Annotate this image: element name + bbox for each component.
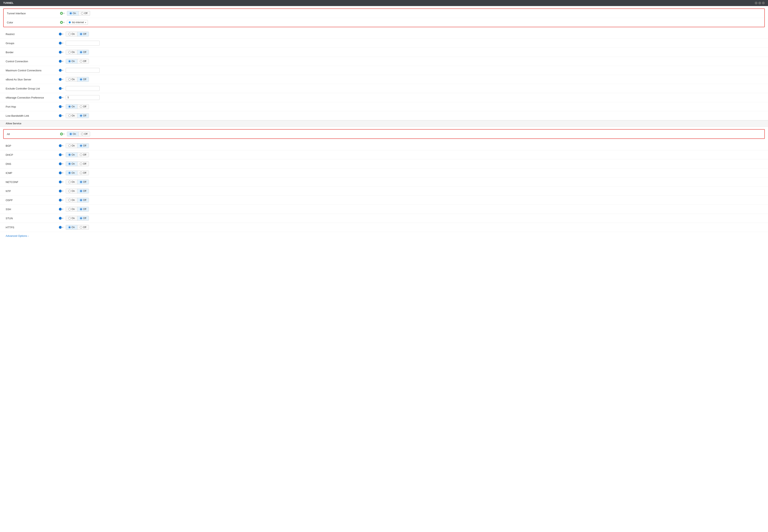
netconf-off-radio[interactable]	[80, 181, 82, 183]
ospf-on-option[interactable]: On	[66, 198, 77, 202]
ntp-on-option[interactable]: On	[66, 189, 77, 193]
border-on-option[interactable]: On	[66, 50, 77, 54]
control-connection-off-option[interactable]: Off	[77, 59, 89, 63]
ospf-off-radio[interactable]	[80, 199, 82, 201]
dns-on-option[interactable]: On	[66, 162, 77, 166]
ssh-off-radio[interactable]	[80, 208, 82, 210]
low-bandwidth-indicator[interactable]: ▾	[58, 114, 64, 117]
dns-off-option[interactable]: Off	[77, 162, 89, 166]
https-off-option[interactable]: Off	[77, 225, 89, 230]
low-bandwidth-off-option[interactable]: Off	[77, 113, 89, 118]
low-bandwidth-on-radio[interactable]	[68, 114, 71, 117]
border-off-radio[interactable]	[80, 51, 82, 53]
all-off-option[interactable]: Off	[79, 132, 90, 136]
groups-indicator[interactable]: ▾	[58, 41, 64, 45]
control-connection-indicator[interactable]: ▾	[58, 59, 64, 63]
dns-off-radio[interactable]	[80, 163, 82, 165]
netconf-on-option[interactable]: On	[66, 180, 77, 184]
color-indicator[interactable]: ▾	[59, 21, 65, 24]
exclude-controller-indicator[interactable]: ▾	[58, 87, 64, 90]
vbond-stun-off-option[interactable]: Off	[77, 77, 89, 82]
max-control-connections-indicator[interactable]: ▾	[58, 69, 64, 72]
control-connection-off-radio[interactable]	[80, 60, 82, 62]
dns-indicator[interactable]: ▾	[58, 162, 64, 166]
all-on-option[interactable]: On	[67, 132, 79, 136]
port-hop-off-option[interactable]: Off	[77, 104, 89, 109]
stun-on-radio[interactable]	[68, 217, 71, 219]
bgp-on-radio[interactable]	[68, 144, 71, 147]
ssh-on-option[interactable]: On	[66, 207, 77, 211]
port-hop-off-radio[interactable]	[80, 105, 82, 108]
all-indicator[interactable]: ▾	[59, 132, 65, 136]
max-control-connections-input[interactable]	[66, 68, 100, 73]
ospf-on-radio[interactable]	[68, 199, 71, 201]
stun-off-radio[interactable]	[80, 217, 82, 219]
bgp-indicator[interactable]: ▾	[58, 144, 64, 148]
ntp-indicator[interactable]: ▾	[58, 189, 64, 193]
control-connection-on-radio[interactable]	[68, 60, 71, 62]
all-on-radio[interactable]	[70, 133, 72, 135]
ssh-off-option[interactable]: Off	[77, 207, 89, 211]
vmanage-pref-indicator[interactable]: ▾	[58, 96, 64, 99]
https-on-option[interactable]: On	[66, 225, 77, 230]
ntp-on-radio[interactable]	[68, 190, 71, 192]
ospf-off-option[interactable]: Off	[77, 198, 89, 202]
stun-indicator[interactable]: ▾	[58, 216, 64, 220]
ospf-indicator[interactable]: ▾	[58, 198, 64, 202]
vbond-stun-indicator[interactable]: ▾	[58, 78, 64, 81]
low-bandwidth-on-option[interactable]: On	[66, 113, 77, 118]
netconf-indicator[interactable]: ▾	[58, 180, 64, 184]
restrict-off-option[interactable]: Off	[77, 32, 89, 36]
restrict-on-radio[interactable]	[68, 33, 71, 35]
all-off-radio[interactable]	[81, 133, 83, 135]
tunnel-interface-off-option[interactable]: Off	[79, 11, 90, 16]
groups-input[interactable]	[66, 41, 100, 46]
stun-on-option[interactable]: On	[66, 216, 77, 220]
port-hop-on-option[interactable]: On	[66, 104, 77, 109]
vbond-stun-on-radio[interactable]	[68, 78, 71, 81]
ssh-indicator[interactable]: ▾	[58, 207, 64, 211]
exclude-controller-input[interactable]	[66, 86, 100, 91]
tunnel-interface-indicator[interactable]: ▾	[59, 11, 65, 15]
stun-off-option[interactable]: Off	[77, 216, 89, 220]
low-bandwidth-off-radio[interactable]	[80, 114, 82, 117]
vbond-stun-off-radio[interactable]	[80, 78, 82, 81]
bgp-off-radio[interactable]	[80, 144, 82, 147]
port-hop-on-radio[interactable]	[68, 105, 71, 108]
ssh-on-radio[interactable]	[68, 208, 71, 210]
icmp-on-radio[interactable]	[68, 172, 71, 174]
restrict-indicator[interactable]: ▾	[58, 32, 64, 36]
icmp-on-option[interactable]: On	[66, 171, 77, 175]
dhcp-on-option[interactable]: On	[66, 153, 77, 157]
bgp-on-option[interactable]: On	[66, 143, 77, 148]
ntp-off-radio[interactable]	[80, 190, 82, 192]
tunnel-interface-on-radio[interactable]	[70, 12, 72, 15]
vmanage-pref-input[interactable]	[66, 95, 100, 100]
ntp-off-option[interactable]: Off	[77, 189, 89, 193]
bgp-off-option[interactable]: Off	[77, 143, 89, 148]
dhcp-indicator[interactable]: ▾	[58, 153, 64, 157]
netconf-off-option[interactable]: Off	[77, 180, 89, 184]
vbond-stun-on-option[interactable]: On	[66, 77, 77, 82]
border-off-option[interactable]: Off	[77, 50, 89, 54]
color-dropdown[interactable]: biz-internet ▾	[67, 20, 88, 25]
restrict-off-radio[interactable]	[80, 33, 82, 35]
dns-on-radio[interactable]	[68, 163, 71, 165]
https-off-radio[interactable]	[80, 226, 82, 229]
border-on-radio[interactable]	[68, 51, 71, 53]
netconf-on-radio[interactable]	[68, 181, 71, 183]
icmp-off-option[interactable]: Off	[77, 171, 89, 175]
advanced-options-row[interactable]: Advanced Options ›	[0, 232, 768, 240]
restrict-on-option[interactable]: On	[66, 32, 77, 36]
tunnel-interface-on-option[interactable]: On	[67, 11, 79, 16]
dhcp-on-radio[interactable]	[68, 154, 71, 156]
border-indicator[interactable]: ▾	[58, 50, 64, 54]
control-connection-on-option[interactable]: On	[66, 59, 77, 63]
icmp-indicator[interactable]: ▾	[58, 171, 64, 175]
tunnel-interface-off-radio[interactable]	[81, 12, 83, 15]
dhcp-off-radio[interactable]	[80, 154, 82, 156]
https-indicator[interactable]: ▾	[58, 225, 64, 229]
dhcp-off-option[interactable]: Off	[77, 153, 89, 157]
port-hop-indicator[interactable]: ▾	[58, 105, 64, 108]
https-on-radio[interactable]	[68, 226, 71, 229]
